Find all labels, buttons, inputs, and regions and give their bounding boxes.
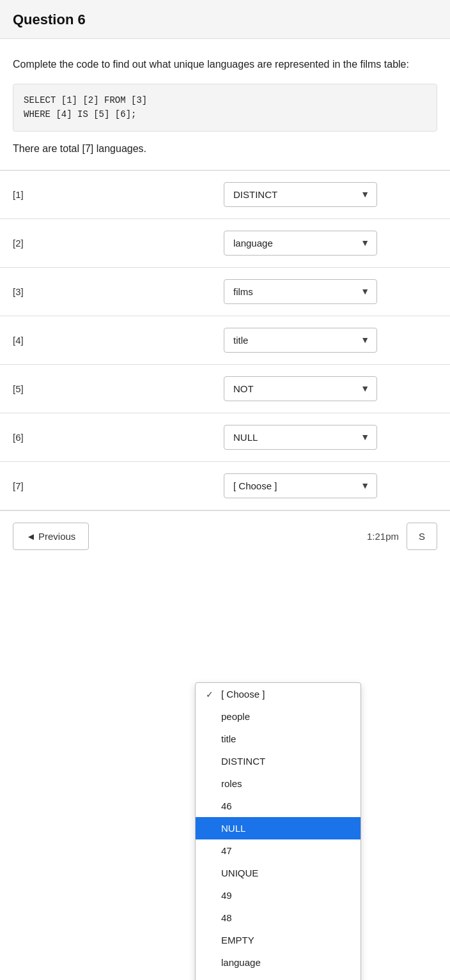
dropdown-overlay-7[interactable]: [ Choose ] people title DISTINCT roles 4… [195,682,361,980]
field-select-7[interactable]: [ Choose ] [224,473,377,498]
select-wrapper-1: DISTINCT ▼ [224,182,377,207]
field-select-2[interactable]: language [224,231,377,256]
dropdown-item-null[interactable]: NULL [196,817,361,839]
select-wrapper-4: title ▼ [224,328,377,353]
field-select-6[interactable]: NULL [224,425,377,450]
field-select-1[interactable]: DISTINCT [224,182,377,207]
result-text: There are total [7] languages. [13,143,437,155]
dropdown-item-choose[interactable]: [ Choose ] [196,683,361,705]
answer-row-2: [2] language ▼ [0,219,450,268]
field-select-5[interactable]: NOT [224,376,377,401]
bottom-nav: ◄ Previous 1:21pm S [0,510,450,562]
select-wrapper-5: NOT ▼ [224,376,377,401]
select-wrapper-6: NULL ▼ [224,425,377,450]
dropdown-item-46[interactable]: 46 [196,795,361,817]
dropdown-item-empty[interactable]: EMPTY [196,929,361,951]
question-body: Complete the code to find out what uniqu… [0,39,450,155]
answer-row-1: [1] DISTINCT ▼ [0,171,450,219]
select-wrapper-2: language ▼ [224,231,377,256]
dropdown-item-films[interactable]: films [196,974,361,980]
field-label-1: [1] [13,189,64,200]
dropdown-item-unique[interactable]: UNIQUE [196,862,361,884]
field-label-5: [5] [13,383,64,394]
field-label-3: [3] [13,286,64,297]
select-wrapper-3: films ▼ [224,279,377,304]
dropdown-item-title[interactable]: title [196,728,361,750]
dropdown-item-49[interactable]: 49 [196,884,361,907]
field-select-3[interactable]: films [224,279,377,304]
field-label-7: [7] [13,480,64,491]
dropdown-item-48[interactable]: 48 [196,907,361,929]
previous-button[interactable]: ◄ Previous [13,523,89,550]
field-label-4: [4] [13,335,64,346]
dropdown-item-distinct[interactable]: DISTINCT [196,750,361,772]
page-header: Question 6 [0,0,450,39]
select-wrapper-7: [ Choose ] ▼ [224,473,377,498]
page-title: Question 6 [13,11,437,28]
field-label-6: [6] [13,432,64,443]
field-label-2: [2] [13,238,64,249]
dropdown-item-people[interactable]: people [196,705,361,728]
question-text: Complete the code to find out what uniqu… [13,57,437,72]
dropdown-item-language[interactable]: language [196,951,361,974]
answer-row-3: [3] films ▼ [0,268,450,316]
field-select-4[interactable]: title [224,328,377,353]
time-display: 1:21pm [367,531,399,542]
save-button[interactable]: S [407,523,437,550]
answer-row-4: [4] title ▼ [0,316,450,365]
dropdown-item-47[interactable]: 47 [196,839,361,862]
dropdown-item-roles[interactable]: roles [196,772,361,795]
answer-row-7: [7] [ Choose ] ▼ [0,462,450,510]
answer-row-5: [5] NOT ▼ [0,365,450,413]
answer-row-6: [6] NULL ▼ [0,413,450,462]
code-block: SELECT [1] [2] FROM [3] WHERE [4] IS [5]… [13,84,437,132]
